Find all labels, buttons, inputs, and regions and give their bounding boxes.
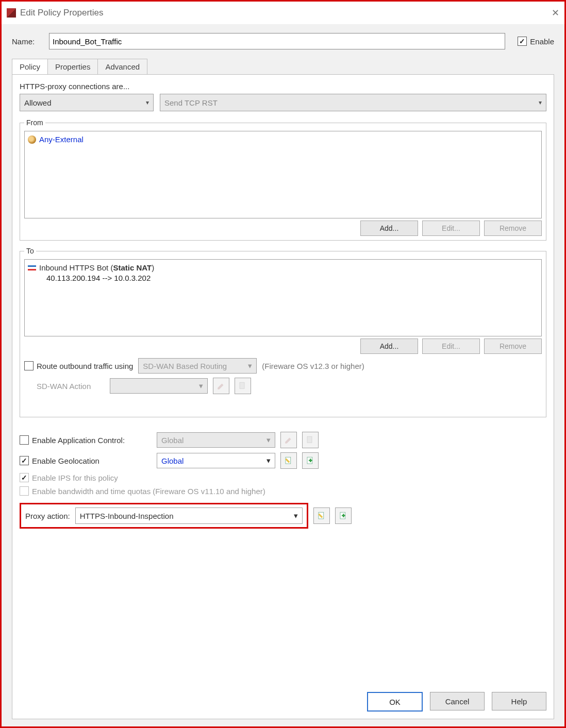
new-doc-icon	[339, 511, 348, 520]
app-icon	[7, 8, 16, 18]
chevron-down-icon: ▾	[267, 435, 271, 445]
routing-note: (Fireware OS v12.3 or higher)	[262, 362, 364, 370]
alias-icon	[28, 136, 36, 144]
proxy-action-edit-button[interactable]	[313, 507, 330, 524]
cancel-button[interactable]: Cancel	[430, 692, 485, 710]
pencil-icon	[284, 456, 293, 465]
pencil-icon	[317, 511, 326, 520]
checkbox-icon	[20, 473, 29, 482]
route-outbound-checkbox[interactable]: Route outbound traffic using	[24, 361, 133, 370]
to-edit-button: Edit...	[422, 338, 480, 354]
to-group: To Inbound HTTPS Bot (Static NAT) 40.113…	[20, 247, 546, 417]
tab-strip: Policy Properties Advanced	[12, 59, 554, 74]
ips-row: Enable IPS for this policy	[20, 473, 546, 482]
proxy-action-new-button[interactable]	[335, 507, 352, 524]
from-edit-button: Edit...	[422, 221, 480, 236]
connections-row: Allowed ▾ Send TCP RST ▾	[20, 94, 546, 111]
quotas-row: Enable bandwidth and time quotas (Firewa…	[20, 486, 546, 496]
help-button[interactable]: Help	[492, 692, 546, 710]
to-remove-button: Remove	[484, 338, 542, 354]
from-group: From Any-External Add... Edit... Remove	[20, 118, 546, 241]
close-icon[interactable]: ✕	[552, 7, 559, 19]
window-frame: Edit Policy Properties ✕ Name: Enable Po…	[0, 0, 566, 728]
list-item[interactable]: Inbound HTTPS Bot (Static NAT) 40.113.20…	[28, 263, 538, 284]
deny-action-combo: Send TCP RST ▾	[160, 94, 546, 111]
geolocation-edit-button[interactable]	[280, 452, 297, 469]
route-outbound-row: Route outbound traffic using SD-WAN Base…	[24, 358, 542, 374]
new-doc-icon	[238, 381, 247, 391]
sdwan-action-label: SD-WAN Action	[37, 382, 105, 391]
from-buttons: Add... Edit... Remove	[24, 221, 542, 236]
chevron-down-icon: ▾	[146, 99, 149, 106]
sdwan-action-combo: ▾	[110, 378, 208, 394]
new-doc-icon	[306, 456, 315, 465]
proxy-action-highlight: Proxy action: HTTPS-Inbound-Inspection ▾	[20, 503, 308, 529]
proxy-action-row: Proxy action: HTTPS-Inbound-Inspection ▾	[20, 503, 546, 529]
pencil-icon	[284, 435, 293, 445]
new-doc-icon	[306, 435, 315, 445]
geolocation-row: Enable Geolocation Global ▾	[20, 452, 546, 469]
app-control-combo: Global ▾	[157, 432, 275, 448]
name-row: Name: Enable	[12, 33, 554, 49]
from-remove-button: Remove	[484, 221, 542, 236]
chevron-down-icon: ▾	[539, 99, 542, 106]
nat-icon	[28, 264, 36, 272]
app-control-checkbox[interactable]: Enable Application Control:	[20, 435, 152, 445]
connections-mode-combo[interactable]: Allowed ▾	[20, 94, 154, 111]
connections-label: HTTPS-proxy connections are...	[20, 82, 546, 91]
window-title: Edit Policy Properties	[20, 8, 104, 18]
geolocation-combo[interactable]: Global ▾	[157, 453, 275, 468]
proxy-action-label: Proxy action:	[25, 512, 70, 520]
sdwan-action-row: SD-WAN Action ▾	[24, 378, 542, 394]
client-area: Name: Enable Policy Properties Advanced …	[2, 25, 564, 726]
dialog-buttons: OK Cancel Help	[20, 692, 546, 712]
sdwan-new-button	[235, 378, 251, 394]
checkbox-icon	[24, 361, 34, 370]
chevron-down-icon: ▾	[294, 511, 298, 520]
quotas-checkbox: Enable bandwidth and time quotas (Firewa…	[20, 486, 265, 496]
from-listbox[interactable]: Any-External	[24, 131, 542, 218]
svg-rect-1	[307, 436, 312, 443]
chevron-down-icon: ▾	[267, 456, 271, 465]
from-legend: From	[24, 118, 45, 127]
checkbox-icon	[20, 486, 29, 496]
proxy-action-combo[interactable]: HTTPS-Inbound-Inspection ▾	[75, 507, 303, 524]
enable-checkbox[interactable]: Enable	[518, 37, 554, 46]
routing-mode-combo: SD-WAN Based Routing ▾	[138, 358, 257, 374]
app-control-row: Enable Application Control: Global ▾	[20, 432, 546, 448]
titlebar: Edit Policy Properties ✕	[2, 2, 564, 25]
app-control-edit-button	[280, 432, 297, 448]
tab-policy[interactable]: Policy	[12, 59, 48, 74]
options-block: Enable Application Control: Global ▾	[20, 428, 546, 533]
checkbox-icon	[20, 435, 29, 445]
tab-panel-policy: HTTPS-proxy connections are... Allowed ▾…	[12, 74, 554, 719]
pencil-icon	[217, 381, 226, 391]
sdwan-edit-button	[213, 378, 229, 394]
checkbox-icon	[518, 37, 527, 46]
geolocation-new-button[interactable]	[302, 452, 319, 469]
tab-properties[interactable]: Properties	[47, 59, 98, 74]
to-add-button[interactable]: Add...	[360, 338, 418, 354]
enable-label: Enable	[530, 37, 554, 46]
list-item[interactable]: Any-External	[28, 134, 538, 145]
name-input[interactable]	[49, 33, 505, 49]
ips-checkbox: Enable IPS for this policy	[20, 473, 118, 482]
to-legend: To	[24, 247, 36, 255]
ok-button[interactable]: OK	[367, 692, 423, 712]
chevron-down-icon: ▾	[199, 381, 203, 391]
checkbox-icon	[20, 456, 29, 465]
svg-rect-0	[240, 382, 244, 388]
chevron-down-icon: ▾	[248, 361, 252, 370]
geolocation-checkbox[interactable]: Enable Geolocation	[20, 456, 152, 465]
tab-advanced[interactable]: Advanced	[97, 59, 147, 74]
name-label: Name:	[12, 37, 49, 46]
to-buttons: Add... Edit... Remove	[24, 338, 542, 354]
app-control-new-button	[302, 432, 319, 448]
from-add-button[interactable]: Add...	[360, 221, 418, 236]
to-listbox[interactable]: Inbound HTTPS Bot (Static NAT) 40.113.20…	[24, 259, 542, 336]
